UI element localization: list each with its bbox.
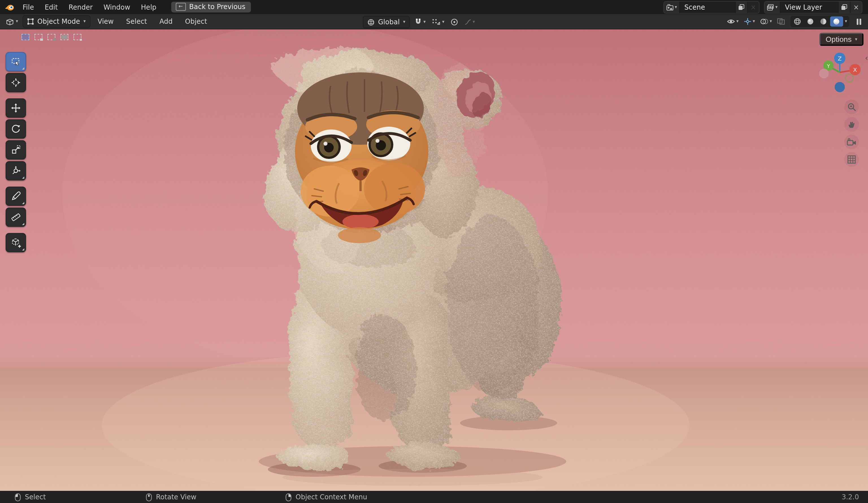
chevron-down-icon: ▾	[473, 20, 475, 24]
chevron-down-icon: ▾	[753, 19, 755, 24]
zoom-button[interactable]	[844, 100, 859, 114]
status-hint-context-menu: Object Context Menu	[286, 491, 367, 503]
solid-icon	[807, 18, 815, 26]
menu-object[interactable]: Object	[180, 16, 212, 27]
shading-mode-group: ▾	[790, 16, 849, 27]
options-button[interactable]: Options ▾	[819, 33, 864, 46]
tool-subtools-indicator	[22, 202, 24, 204]
menu-file[interactable]: File	[18, 1, 39, 13]
select-mode-row	[20, 33, 82, 41]
scene-browse-button[interactable]: ▾	[664, 1, 680, 13]
proportional-falloff-button[interactable]: ▾	[463, 18, 477, 27]
tool-rotate[interactable]	[6, 119, 26, 139]
view-layer-name-field[interactable]: View Layer	[781, 3, 838, 11]
view-layer-browse-button[interactable]: ▾	[765, 1, 781, 13]
object-mode-icon	[27, 18, 34, 25]
axis-neg-z-ball[interactable]	[835, 82, 845, 92]
wireframe-icon	[794, 18, 802, 26]
axis-y-label: Y	[827, 63, 830, 69]
zoom-icon	[847, 102, 856, 112]
falloff-curve-icon	[465, 19, 472, 26]
unlink-scene-button[interactable]: ×	[747, 1, 759, 13]
chevron-down-icon: ▾	[775, 5, 778, 9]
mode-select[interactable]: Object Mode ▾	[23, 15, 90, 28]
overlays-toggle-button[interactable]: ▾	[758, 17, 774, 26]
tool-cursor[interactable]	[6, 73, 26, 92]
chevron-down-icon: ▾	[403, 20, 405, 24]
camera-view-button[interactable]	[844, 134, 859, 149]
editor-type-button[interactable]: ▾	[3, 17, 20, 26]
tool-subtools-indicator	[22, 248, 24, 251]
status-hint-label: Object Context Menu	[296, 493, 367, 501]
new-view-layer-button[interactable]	[838, 1, 850, 13]
object-visibility-button[interactable]: ▾	[725, 17, 740, 26]
scene-name-field[interactable]: Scene	[680, 3, 735, 11]
add-cube-icon	[10, 237, 21, 248]
blender-version: 3.2.0	[842, 493, 859, 501]
sidebar-collapse-arrow[interactable]: ‹	[865, 54, 868, 62]
menu-render[interactable]: Render	[64, 1, 98, 13]
tool-add-cube[interactable]	[6, 233, 26, 252]
gizmos-toggle-button[interactable]: ▾	[742, 17, 757, 27]
display-cluster: ▾ ▾ ▾	[725, 16, 865, 27]
select-mode-extend[interactable]	[33, 33, 43, 41]
tool-measure[interactable]	[6, 208, 26, 227]
select-mode-subtract[interactable]	[46, 33, 56, 41]
overlays-icon	[760, 18, 768, 25]
menu-window[interactable]: Window	[98, 1, 135, 13]
rendered-scene[interactable]	[0, 29, 868, 491]
shading-options-chevron[interactable]: ▾	[843, 19, 849, 24]
shading-rendered-button[interactable]	[830, 17, 843, 27]
blender-logo-icon[interactable]	[3, 2, 16, 12]
pan-button[interactable]	[844, 117, 859, 132]
film-grain	[0, 29, 868, 491]
transform-orientation-select[interactable]: Global ▾	[363, 16, 410, 28]
annotate-icon	[11, 191, 21, 201]
remove-view-layer-button[interactable]: ×	[850, 1, 862, 13]
axis-neg-y-ball[interactable]	[845, 74, 853, 82]
xray-icon	[777, 18, 785, 25]
tool-transform[interactable]	[6, 161, 26, 180]
tool-move[interactable]	[6, 98, 26, 118]
menu-help[interactable]: Help	[136, 1, 162, 13]
snap-target-button[interactable]: ▾	[430, 17, 446, 27]
proportional-editing-button[interactable]	[449, 17, 460, 27]
shading-solid-button[interactable]	[804, 17, 817, 27]
transform-icon	[11, 166, 21, 176]
chevron-down-icon: ▾	[675, 5, 677, 9]
chevron-down-icon: ▾	[16, 19, 18, 24]
mode-select-label: Object Mode	[37, 18, 80, 26]
select-mode-new[interactable]	[20, 33, 30, 41]
viewport-3d[interactable]: Options ▾ ‹	[0, 29, 868, 491]
snap-toggle-button[interactable]: ▾	[413, 17, 427, 27]
pause-bars-icon	[856, 18, 862, 25]
pause-render-button[interactable]	[855, 17, 864, 26]
rendered-icon	[833, 18, 840, 26]
navigation-gizmo[interactable]: Z X Y	[817, 51, 862, 103]
tool-box-select[interactable]	[6, 52, 26, 71]
tool-subtools-indicator	[22, 67, 24, 70]
screen: File Edit Render Window Help ← Back to P…	[0, 0, 868, 503]
axis-neg-x-ball[interactable]	[819, 69, 829, 78]
tool-shelf	[6, 52, 26, 254]
menu-edit[interactable]: Edit	[40, 1, 63, 13]
select-mode-invert[interactable]	[59, 33, 69, 41]
eye-icon	[727, 18, 735, 25]
scale-icon	[11, 145, 21, 155]
back-to-previous-button[interactable]: ← Back to Previous	[171, 2, 251, 12]
xray-toggle-button[interactable]	[775, 17, 787, 26]
new-scene-button[interactable]	[735, 1, 747, 13]
copy-icon	[841, 4, 848, 10]
menu-view[interactable]: View	[92, 16, 119, 27]
toggle-projection-button[interactable]	[844, 152, 859, 167]
tool-scale[interactable]	[6, 140, 26, 160]
menu-add[interactable]: Add	[154, 16, 177, 27]
status-hint-label: Rotate View	[156, 493, 196, 501]
box-select-icon	[11, 57, 21, 67]
select-mode-intersect[interactable]	[72, 33, 82, 41]
menu-select[interactable]: Select	[121, 16, 152, 27]
shading-material-button[interactable]	[817, 17, 830, 27]
tool-annotate[interactable]	[6, 187, 26, 206]
rotate-icon	[11, 124, 21, 134]
shading-wireframe-button[interactable]	[791, 17, 804, 27]
